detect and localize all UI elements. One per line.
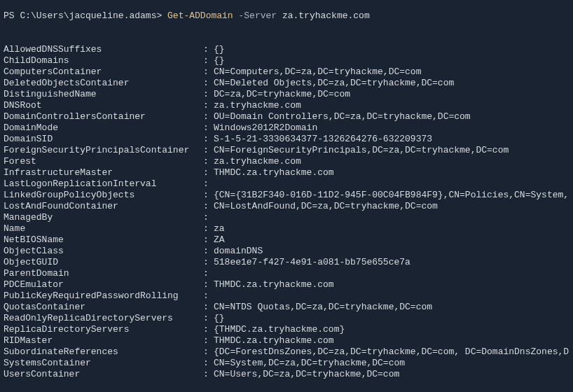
output-value: S-1-5-21-3330634377-1326264276-632209373 [214,134,432,145]
output-key: ComputersContainer [4,66,203,78]
output-colon: : [203,55,214,66]
output-value: {} [214,313,225,324]
output-colon: : [203,358,214,369]
output-value: domainDNS [214,246,263,257]
output-value: {} [214,55,225,66]
output-key: NetBIOSName [4,234,203,246]
output-line: NetBIOSName:ZA [4,234,569,246]
output-colon: : [203,78,214,89]
output-key: ParentDomain [4,268,203,279]
output-value: OU=Domain Controllers,DC=za,DC=tryhackme… [214,111,471,122]
output-line: InfrastructureMaster:THMDC.za.tryhackme.… [4,167,569,178]
output-colon: : [203,335,214,346]
output-colon: : [203,346,214,358]
output-colon: : [203,89,214,100]
output-key: UsersContainer [4,369,203,380]
output-colon: : [203,212,214,223]
output-colon: : [203,122,214,134]
output-line: ForeignSecurityPrincipalsContainer:CN=Fo… [4,145,569,156]
output-line: QuotasContainer:CN=NTDS Quotas,DC=za,DC=… [4,302,569,313]
output-key: ChildDomains [4,55,203,66]
output-key: Name [4,223,203,234]
output-colon: : [203,100,214,111]
output-key: InfrastructureMaster [4,167,203,178]
output-value: CN=System,DC=za,DC=tryhackme,DC=com [214,358,405,369]
output-line: LastLogonReplicationInterval: [4,178,569,190]
terminal-output: AllowedDNSSuffixes:{}ChildDomains:{}Comp… [4,44,569,380]
output-line: DomainControllersContainer:OU=Domain Con… [4,111,569,122]
output-value: CN=NTDS Quotas,DC=za,DC=tryhackme,DC=com [214,302,432,313]
output-key: LastLogonReplicationInterval [4,178,203,190]
output-colon: : [203,246,214,257]
output-line: PDCEmulator:THMDC.za.tryhackme.com [4,279,569,290]
output-key: LostAndFoundContainer [4,201,203,212]
output-line: ObjectClass:domainDNS [4,246,569,257]
output-value: THMDC.za.tryhackme.com [214,279,334,290]
output-key: SubordinateReferences [4,346,203,358]
output-value: 518ee1e7-f427-4e91-a081-bb75e655ce7a [214,257,410,268]
param-value: za.tryhackme.com [282,10,370,21]
output-line: ChildDomains:{} [4,55,569,66]
output-value: CN=LostAndFound,DC=za,DC=tryhackme,DC=co… [214,201,438,212]
output-line: PublicKeyRequiredPasswordRolling: [4,290,569,302]
output-key: DeletedObjectsContainer [4,78,203,89]
output-value: za.tryhackme.com [214,100,301,111]
output-key: ManagedBy [4,212,203,223]
output-line: ComputersContainer:CN=Computers,DC=za,DC… [4,66,569,78]
output-line: RIDMaster:THMDC.za.tryhackme.com [4,335,569,346]
cmdlet: Get-ADDomain [167,10,233,21]
output-line: DistinguishedName:DC=za,DC=tryhackme,DC=… [4,89,569,100]
output-key: ReadOnlyReplicaDirectoryServers [4,313,203,324]
output-line: SystemsContainer:CN=System,DC=za,DC=tryh… [4,358,569,369]
output-key: Forest [4,156,203,167]
output-key: ObjectGUID [4,257,203,268]
output-line: UsersContainer:CN=Users,DC=za,DC=tryhack… [4,369,569,380]
output-colon: : [203,279,214,290]
output-colon: : [203,156,214,167]
output-line: DomainSID:S-1-5-21-3330634377-1326264276… [4,134,569,145]
output-key: PDCEmulator [4,279,203,290]
output-value: {} [214,44,225,55]
output-line: Forest:za.tryhackme.com [4,156,569,167]
output-line: ReadOnlyReplicaDirectoryServers:{} [4,313,569,324]
output-line: ManagedBy: [4,212,569,223]
output-colon: : [203,302,214,313]
output-line: LostAndFoundContainer:CN=LostAndFound,DC… [4,201,569,212]
output-colon: : [203,369,214,380]
output-colon: : [203,313,214,324]
output-colon: : [203,66,214,78]
output-colon: : [203,111,214,122]
output-key: DomainControllersContainer [4,111,203,122]
output-value: {DC=ForestDnsZones,DC=za,DC=tryhackme,DC… [214,346,569,358]
output-key: AllowedDNSSuffixes [4,44,203,55]
output-line: Name:za [4,223,569,234]
output-line: ObjectGUID:518ee1e7-f427-4e91-a081-bb75e… [4,257,569,268]
output-line: LinkedGroupPolicyObjects:{CN={31B2F340-0… [4,190,569,201]
output-value: CN=Users,DC=za,DC=tryhackme,DC=com [214,369,399,380]
output-key: ReplicaDirectoryServers [4,324,203,335]
output-colon: : [203,167,214,178]
output-value: CN=Deleted Objects,DC=za,DC=tryhackme,DC… [214,78,454,89]
output-line: DeletedObjectsContainer:CN=Deleted Objec… [4,78,569,89]
prompt-line[interactable]: PS C:\Users\jacqueline.adams> Get-ADDoma… [4,10,569,22]
output-line: ParentDomain: [4,268,569,279]
output-key: ObjectClass [4,246,203,257]
output-line: DNSRoot:za.tryhackme.com [4,100,569,111]
output-value: CN=ForeignSecurityPrincipals,DC=za,DC=tr… [214,145,509,156]
output-line: AllowedDNSSuffixes:{} [4,44,569,55]
output-value: THMDC.za.tryhackme.com [214,335,334,346]
output-key: LinkedGroupPolicyObjects [4,190,203,201]
output-colon: : [203,223,214,234]
output-value: {THMDC.za.tryhackme.com} [214,324,345,335]
output-key: DNSRoot [4,100,203,111]
output-colon: : [203,44,214,55]
output-value: DC=za,DC=tryhackme,DC=com [214,89,350,100]
output-value: {CN={31B2F340-016D-11D2-945F-00C04FB984F… [214,190,569,201]
output-value: Windows2012R2Domain [214,122,317,134]
output-value: za [214,223,225,234]
output-value: za.tryhackme.com [214,156,301,167]
output-colon: : [203,290,214,302]
output-line: ReplicaDirectoryServers:{THMDC.za.tryhac… [4,324,569,335]
output-colon: : [203,257,214,268]
output-key: ForeignSecurityPrincipalsContainer [4,145,203,156]
